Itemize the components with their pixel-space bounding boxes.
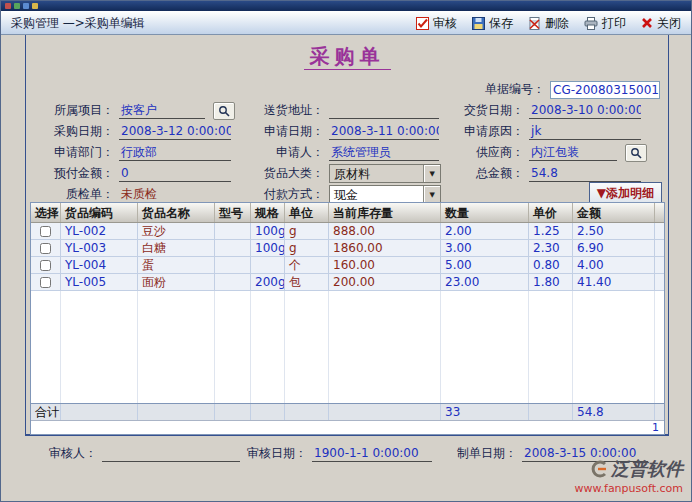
make-date-label: 制单日期： [451,445,517,462]
delivery-date-label: 交货日期： [450,102,524,119]
total-qty: 33 [441,404,529,420]
cell-code: YL-005 [61,274,138,291]
table-empty-area [31,291,664,403]
apply-dept-input[interactable]: 行政部 [119,144,231,161]
delivery-date-input[interactable]: 2008-3-10 0:00:00 [529,102,641,119]
payment-label: 付款方式： [254,186,324,203]
col-header-code: 货品编码 [61,203,138,222]
supplier-label: 供应商： [450,144,524,161]
print-button[interactable]: 打印 [584,15,626,32]
doc-no-input[interactable]: CG-20080315001 [550,81,660,99]
qc-sheet-value: 未质检 [119,186,231,203]
prepaid-amount-input[interactable]: 0 [119,165,231,182]
col-header-model: 型号 [215,203,251,222]
field-purchase-date: 采购日期： 2008-3-12 0:00:00 [36,121,231,141]
col-header-qty: 数量 [441,203,529,222]
total-label: 合计 [31,404,61,420]
project-label: 所属项目： [36,102,114,119]
col-header-stock: 当前库存量 [329,203,441,222]
cell-spec: 100g [251,240,285,257]
apply-reason-label: 申请原因： [450,123,524,140]
field-apply-reason: 申请原因： jk [450,121,641,141]
col-header-price: 单价 [529,203,573,222]
col-header-select: 选择 [31,203,61,222]
table-row: YL-004 蛋 个 160.00 5.00 0.80 4.00 [31,257,664,274]
titlebar-app-icon [23,3,29,9]
project-input[interactable]: 按客户 [119,102,205,119]
row-select-cell [31,240,61,257]
supplier-input[interactable]: 内江包装 [529,144,617,161]
form-panel: 采购单 单据编号： CG-20080315001 所属项目： 按客户 送货地址：… [25,35,669,436]
auditor-input[interactable] [102,445,240,462]
titlebar-app-icon [32,3,38,9]
save-button[interactable]: 保存 [472,15,513,32]
audit-date-value: 1900-1-1 0:00:00 [312,445,432,462]
col-header-amount: 金额 [573,203,655,222]
cell-unit: g [285,223,329,240]
delete-button-label: 删除 [545,15,569,32]
delete-icon [528,17,541,30]
delivery-address-label: 送货地址： [254,102,324,119]
row-select-checkbox[interactable] [40,226,51,237]
cell-model [215,257,251,274]
field-auditor: 审核人： [35,443,240,463]
purchase-date-input[interactable]: 2008-3-12 0:00:00 [119,123,231,140]
row-select-cell [31,274,61,291]
delete-button[interactable]: 删除 [528,15,569,32]
cell-spec: 200g [251,274,285,291]
field-audit-date: 审核日期： 1900-1-1 0:00:00 [241,443,432,463]
category-select[interactable]: 原材料 ▼ [329,164,441,183]
col-header-spec: 规格 [251,203,285,222]
cell-price: 2.30 [529,240,573,257]
cell-qty: 2.00 [441,223,529,240]
save-icon [472,17,485,30]
cell-model [215,274,251,291]
audit-button[interactable]: 审核 [416,15,457,32]
apply-date-label: 申请日期： [254,123,324,140]
magnifier-icon [218,105,230,117]
cell-qty: 5.00 [441,257,529,274]
titlebar-app-icon [14,3,20,9]
cell-amount: 4.00 [573,257,655,274]
table-row: YL-005 面粉 200g 包 200.00 23.00 1.80 41.40 [31,274,664,291]
cell-amount: 41.40 [573,274,655,291]
supplier-lookup-button[interactable] [625,144,647,162]
applicant-input[interactable]: 系统管理员 [329,144,439,161]
cell-name: 蛋 [138,257,215,274]
print-button-label: 打印 [602,15,626,32]
field-prepaid-amount: 预付金额： 0 [36,163,231,183]
cell-unit: 个 [285,257,329,274]
table-header-row: 选择 货品编码 货品名称 型号 规格 单位 当前库存量 数量 单价 金额 [31,203,664,223]
row-select-checkbox[interactable] [40,260,51,271]
table-pager: 1 [31,420,664,434]
field-project: 所属项目： 按客户 [36,100,235,120]
apply-date-input[interactable]: 2008-3-11 0:00:00 [329,123,439,140]
delivery-address-input[interactable] [329,102,439,119]
purchase-order-window: 采购管理 —>采购单编辑 审核 保存 删除 打印 关闭 [0,0,692,502]
field-doc-no: 单据编号： CG-20080315001 [485,79,660,99]
apply-reason-input[interactable]: jk [529,123,641,140]
vendor-name: 泛普软件 [611,457,683,481]
row-select-checkbox[interactable] [40,277,51,288]
footer-bar: 审核人： 审核日期： 1900-1-1 0:00:00 制单日期： 2008-3… [25,441,667,465]
table-row: YL-003 白糖 100g g 1860.00 3.00 2.30 6.90 [31,240,664,257]
row-select-checkbox[interactable] [40,243,51,254]
cell-stock: 888.00 [329,223,441,240]
field-apply-date: 申请日期： 2008-3-11 0:00:00 [254,121,439,141]
items-table: 选择 货品编码 货品名称 型号 规格 单位 当前库存量 数量 单价 金额 YL-… [30,202,665,435]
total-amount: 54.8 [573,404,655,420]
qc-sheet-label: 质检单： [36,186,114,203]
cell-spec: 100g [251,223,285,240]
field-delivery-date: 交货日期： 2008-3-10 0:00:00 [450,100,641,120]
project-lookup-button[interactable] [213,102,235,120]
col-header-filler [655,203,664,222]
close-button[interactable]: 关闭 [641,15,681,32]
purchase-date-label: 采购日期： [36,123,114,140]
magnifier-icon [630,147,642,159]
vendor-watermark: 泛普软件 www.fanpusoft.com [575,457,683,495]
page-title: 采购单 [26,43,668,70]
cell-spec [251,257,285,274]
field-apply-dept: 申请部门： 行政部 [36,142,231,162]
col-header-name: 货品名称 [138,203,215,222]
window-titlebar [1,1,691,11]
